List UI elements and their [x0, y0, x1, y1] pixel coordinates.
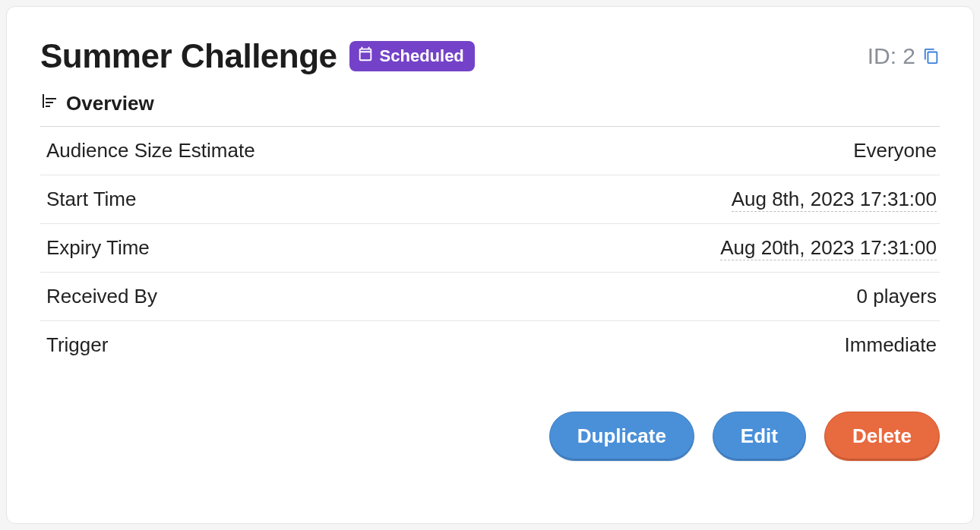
overview-row-value-text: Aug 8th, 2023 17:31:00: [732, 188, 937, 212]
overview-row-value: Everyone: [853, 139, 937, 162]
overview-row-value: Aug 20th, 2023 17:31:00: [720, 236, 937, 260]
header-row: Summer Challenge Scheduled ID: 2: [40, 37, 940, 75]
overview-row: Audience Size EstimateEveryone: [40, 127, 940, 175]
duplicate-button[interactable]: Duplicate: [549, 412, 694, 461]
id-wrap: ID: 2: [868, 43, 940, 69]
status-badge-label: Scheduled: [380, 46, 464, 66]
overview-row-label: Expiry Time: [46, 236, 150, 260]
delete-button[interactable]: Delete: [824, 412, 940, 461]
overview-list: Audience Size EstimateEveryoneStart Time…: [40, 127, 940, 369]
calendar-icon: [357, 46, 374, 67]
copy-icon[interactable]: [923, 48, 940, 65]
detail-card: Summer Challenge Scheduled ID: 2 Overvie…: [6, 6, 974, 524]
overview-row-label: Received By: [46, 285, 157, 308]
overview-row: Expiry TimeAug 20th, 2023 17:31:00: [40, 224, 940, 273]
overview-row: Start TimeAug 8th, 2023 17:31:00: [40, 175, 940, 224]
overview-row-value: Immediate: [845, 333, 937, 357]
bar-chart-icon: [40, 92, 58, 115]
title-wrap: Summer Challenge Scheduled: [40, 37, 475, 75]
overview-row: TriggerImmediate: [40, 321, 940, 369]
overview-row: Received By0 players: [40, 273, 940, 321]
id-label: ID: 2: [868, 43, 915, 69]
overview-row-value-text: Aug 20th, 2023 17:31:00: [720, 236, 937, 260]
overview-row-label: Trigger: [46, 333, 108, 357]
actions-row: Duplicate Edit Delete: [40, 412, 940, 461]
overview-row-value-text: Everyone: [853, 139, 937, 162]
overview-section-header: Overview: [40, 92, 940, 127]
overview-row-value: 0 players: [857, 285, 937, 308]
overview-row-label: Start Time: [46, 188, 136, 211]
page-title: Summer Challenge: [40, 37, 337, 75]
overview-row-value-text: Immediate: [845, 333, 937, 356]
overview-section-label: Overview: [66, 92, 154, 115]
overview-row-label: Audience Size Estimate: [46, 139, 255, 162]
status-badge: Scheduled: [349, 41, 475, 71]
overview-row-value: Aug 8th, 2023 17:31:00: [732, 188, 937, 211]
edit-button[interactable]: Edit: [713, 412, 806, 461]
overview-row-value-text: 0 players: [857, 285, 937, 308]
